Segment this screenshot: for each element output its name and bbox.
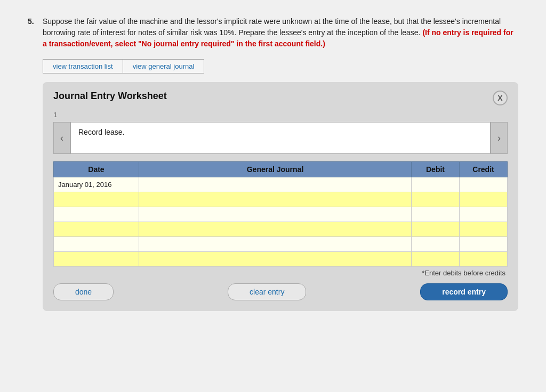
credit-cell bbox=[460, 177, 508, 192]
credit-input[interactable] bbox=[460, 252, 507, 266]
journal-input[interactable] bbox=[139, 207, 411, 222]
table-row bbox=[54, 252, 508, 267]
entry-number: 1 bbox=[53, 111, 508, 119]
worksheet-header: Journal Entry Worksheet X bbox=[53, 91, 508, 105]
description-box: Record lease. bbox=[70, 122, 491, 154]
journal-cell bbox=[139, 252, 412, 267]
journal-cell bbox=[139, 237, 412, 252]
worksheet-title: Journal Entry Worksheet bbox=[53, 91, 167, 102]
record-entry-button[interactable]: record entry bbox=[420, 283, 508, 300]
credit-cell bbox=[460, 207, 508, 222]
enter-note: *Enter debits before credits bbox=[53, 269, 508, 277]
bottom-buttons: done clear entry record entry bbox=[53, 283, 508, 300]
date-cell: January 01, 2016 bbox=[54, 177, 139, 192]
date-cell bbox=[54, 207, 139, 222]
debit-input[interactable] bbox=[412, 252, 459, 266]
credit-cell bbox=[460, 222, 508, 237]
journal-input[interactable] bbox=[139, 252, 411, 266]
journal-cell bbox=[139, 222, 412, 237]
credit-input[interactable] bbox=[460, 222, 507, 236]
journal-input[interactable] bbox=[139, 222, 411, 236]
close-button[interactable]: X bbox=[493, 91, 508, 105]
date-input[interactable] bbox=[54, 207, 139, 222]
date-cell bbox=[54, 192, 139, 207]
col-debit: Debit bbox=[412, 162, 460, 177]
question-number: 5. bbox=[28, 16, 38, 50]
debit-cell bbox=[412, 252, 460, 267]
credit-input[interactable] bbox=[460, 192, 507, 207]
journal-input[interactable] bbox=[139, 177, 411, 192]
debit-input[interactable] bbox=[412, 207, 459, 222]
journal-table: Date General Journal Debit Credit Januar… bbox=[53, 161, 508, 267]
description-box-wrapper: ‹ Record lease. › bbox=[53, 122, 508, 154]
journal-cell bbox=[139, 177, 412, 192]
table-row bbox=[54, 237, 508, 252]
view-transaction-list-button[interactable]: view transaction list bbox=[43, 59, 123, 74]
journal-input[interactable] bbox=[139, 192, 411, 207]
credit-input[interactable] bbox=[460, 177, 507, 192]
credit-input[interactable] bbox=[460, 237, 507, 251]
nav-left-button[interactable]: ‹ bbox=[53, 122, 70, 154]
date-input[interactable] bbox=[54, 222, 139, 236]
col-credit: Credit bbox=[460, 162, 508, 177]
date-input[interactable] bbox=[54, 237, 139, 251]
date-cell bbox=[54, 222, 139, 237]
worksheet-container: Journal Entry Worksheet X 1 ‹ Record lea… bbox=[43, 82, 518, 311]
debit-input[interactable] bbox=[412, 177, 459, 192]
debit-input[interactable] bbox=[412, 222, 459, 236]
col-date: Date bbox=[54, 162, 139, 177]
table-row: January 01, 2016 bbox=[54, 177, 508, 192]
clear-entry-button[interactable]: clear entry bbox=[228, 283, 306, 300]
journal-input[interactable] bbox=[139, 237, 411, 251]
table-row bbox=[54, 207, 508, 222]
col-journal: General Journal bbox=[139, 162, 412, 177]
debit-input[interactable] bbox=[412, 237, 459, 251]
credit-input[interactable] bbox=[460, 207, 507, 222]
toolbar-buttons: view transaction list view general journ… bbox=[43, 59, 518, 74]
nav-right-button[interactable]: › bbox=[491, 122, 508, 154]
question-container: 5. Suppose the fair value of the machine… bbox=[17, 11, 529, 316]
table-row bbox=[54, 192, 508, 207]
journal-cell bbox=[139, 207, 412, 222]
done-button[interactable]: done bbox=[53, 283, 114, 300]
date-input[interactable] bbox=[54, 252, 139, 266]
credit-cell bbox=[460, 192, 508, 207]
journal-cell bbox=[139, 192, 412, 207]
date-cell bbox=[54, 237, 139, 252]
debit-cell bbox=[412, 207, 460, 222]
table-row bbox=[54, 222, 508, 237]
credit-cell bbox=[460, 252, 508, 267]
debit-cell bbox=[412, 222, 460, 237]
debit-input[interactable] bbox=[412, 192, 459, 207]
date-input[interactable] bbox=[54, 192, 139, 207]
debit-cell bbox=[412, 192, 460, 207]
debit-cell bbox=[412, 177, 460, 192]
debit-cell bbox=[412, 237, 460, 252]
view-general-journal-button[interactable]: view general journal bbox=[123, 59, 205, 74]
question-body: Suppose the fair value of the machine an… bbox=[43, 16, 518, 50]
date-cell bbox=[54, 252, 139, 267]
question-text: 5. Suppose the fair value of the machine… bbox=[28, 16, 518, 50]
credit-cell bbox=[460, 237, 508, 252]
